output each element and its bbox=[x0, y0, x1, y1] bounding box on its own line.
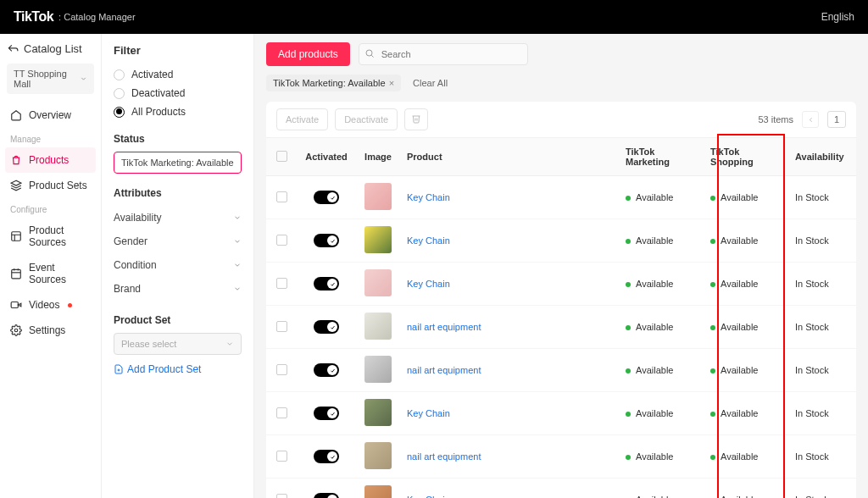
filter-chip-label: TikTok Marketing: Available bbox=[273, 78, 386, 88]
attr-gender[interactable]: Gender bbox=[114, 230, 242, 253]
search-input[interactable] bbox=[359, 43, 528, 65]
nav-products[interactable]: Products bbox=[5, 147, 96, 173]
row-checkbox[interactable] bbox=[276, 364, 287, 375]
attr-brand[interactable]: Brand bbox=[114, 277, 242, 301]
col-availability: Availability bbox=[788, 138, 856, 176]
language-selector[interactable]: English bbox=[821, 11, 854, 23]
bulk-delete-button[interactable] bbox=[404, 108, 428, 130]
status-dot-icon bbox=[626, 455, 631, 460]
check-icon bbox=[330, 324, 336, 330]
filter-status-select[interactable]: TikTok Marketing: Available bbox=[114, 152, 242, 174]
status-dot-icon bbox=[626, 239, 631, 244]
layers-icon bbox=[10, 180, 22, 191]
nav-product-sources[interactable]: Product Sources bbox=[0, 218, 101, 255]
search-icon bbox=[364, 48, 375, 61]
activated-toggle[interactable] bbox=[314, 450, 339, 463]
product-thumbnail[interactable] bbox=[364, 313, 392, 340]
products-table-card: Activate Deactivate 53 items 1 Activated… bbox=[266, 102, 856, 498]
status-dot-icon bbox=[710, 325, 715, 330]
product-thumbnail[interactable] bbox=[364, 226, 392, 253]
shopping-status: Available bbox=[704, 306, 788, 349]
shopping-status: Available bbox=[704, 349, 788, 392]
product-link[interactable]: Key Chain bbox=[407, 235, 450, 246]
bulk-deactivate-button[interactable]: Deactivate bbox=[335, 108, 398, 130]
product-thumbnail[interactable] bbox=[364, 442, 392, 469]
activated-toggle[interactable] bbox=[314, 191, 339, 204]
product-thumbnail[interactable] bbox=[364, 485, 392, 498]
status-dot-icon bbox=[710, 196, 715, 201]
row-checkbox[interactable] bbox=[276, 451, 287, 462]
bulk-activate-button[interactable]: Activate bbox=[276, 108, 328, 130]
gear-icon bbox=[10, 324, 22, 336]
product-link[interactable]: nail art equipment bbox=[407, 365, 481, 375]
check-icon bbox=[330, 368, 336, 374]
table-row: nail art equipmentAvailableAvailableIn S… bbox=[266, 435, 856, 479]
nav-product-sets[interactable]: Product Sets bbox=[0, 173, 101, 198]
nav-settings[interactable]: Settings bbox=[0, 318, 101, 343]
page-number[interactable]: 1 bbox=[827, 111, 846, 128]
shopping-status: Available bbox=[704, 392, 788, 435]
product-thumbnail[interactable] bbox=[364, 183, 392, 210]
catalog-list-header[interactable]: Catalog List bbox=[0, 34, 101, 60]
activated-toggle[interactable] bbox=[314, 363, 339, 377]
availability-cell: In Stock bbox=[788, 263, 856, 306]
product-thumbnail[interactable] bbox=[364, 356, 392, 383]
filter-radio-all[interactable]: All Products bbox=[114, 106, 242, 118]
row-checkbox[interactable] bbox=[276, 235, 287, 246]
product-link[interactable]: Key Chain bbox=[407, 192, 450, 202]
availability-cell: In Stock bbox=[788, 349, 856, 392]
filter-radio-activated[interactable]: Activated bbox=[114, 69, 242, 80]
row-checkbox[interactable] bbox=[276, 191, 287, 202]
activated-toggle[interactable] bbox=[314, 493, 339, 498]
filter-attributes-title: Attributes bbox=[114, 187, 242, 199]
product-link[interactable]: nail art equipment bbox=[407, 451, 481, 462]
select-all-checkbox[interactable] bbox=[276, 151, 287, 162]
filter-chip[interactable]: TikTok Marketing: Available × bbox=[266, 75, 401, 91]
nav-videos-label: Videos bbox=[29, 299, 59, 311]
close-icon[interactable]: × bbox=[389, 78, 394, 88]
catalog-dropdown[interactable]: TT Shopping Mall bbox=[7, 64, 94, 94]
product-link[interactable]: Key Chain bbox=[407, 279, 450, 289]
activated-toggle[interactable] bbox=[314, 234, 339, 247]
status-dot-icon bbox=[710, 239, 715, 244]
activated-toggle[interactable] bbox=[314, 320, 339, 334]
status-dot-icon bbox=[710, 455, 715, 460]
nav-event-sources-label: Event Sources bbox=[29, 262, 91, 285]
activated-toggle[interactable] bbox=[314, 277, 339, 290]
availability-cell: In Stock bbox=[788, 219, 856, 263]
svg-point-9 bbox=[366, 50, 372, 56]
page-prev-button[interactable] bbox=[802, 111, 819, 128]
product-link[interactable]: Key Chain bbox=[407, 408, 450, 418]
product-link[interactable]: Key Chain bbox=[407, 495, 450, 498]
product-thumbnail[interactable] bbox=[364, 269, 392, 296]
chevron-down-icon bbox=[233, 261, 242, 269]
marketing-status: Available bbox=[619, 349, 704, 392]
attr-availability[interactable]: Availability bbox=[114, 206, 242, 230]
attr-condition[interactable]: Condition bbox=[114, 253, 242, 277]
filter-product-set-select[interactable]: Please select bbox=[114, 333, 242, 355]
row-checkbox[interactable] bbox=[276, 321, 287, 332]
status-dot-icon bbox=[710, 412, 715, 417]
radio-icon bbox=[114, 88, 125, 99]
nav-overview[interactable]: Overview bbox=[0, 102, 101, 128]
col-image: Image bbox=[356, 138, 400, 176]
col-shopping: TikTok Shopping bbox=[704, 138, 788, 176]
add-products-button[interactable]: Add products bbox=[266, 42, 350, 66]
nav-videos[interactable]: Videos bbox=[0, 292, 101, 318]
filter-radio-deactivated[interactable]: Deactivated bbox=[114, 87, 242, 99]
row-checkbox[interactable] bbox=[276, 494, 287, 499]
availability-cell: In Stock bbox=[788, 306, 856, 349]
nav-event-sources[interactable]: Event Sources bbox=[0, 255, 101, 292]
clear-all-button[interactable]: Clear All bbox=[408, 75, 453, 91]
product-thumbnail[interactable] bbox=[364, 399, 392, 426]
filter-product-set-title: Product Set bbox=[114, 314, 242, 326]
product-link[interactable]: nail art equipment bbox=[407, 322, 481, 332]
row-checkbox[interactable] bbox=[276, 407, 287, 418]
row-checkbox[interactable] bbox=[276, 278, 287, 289]
add-product-set-link[interactable]: Add Product Set bbox=[114, 363, 242, 375]
table-row: nail art equipmentAvailableAvailableIn S… bbox=[266, 349, 856, 392]
activated-toggle[interactable] bbox=[314, 407, 339, 420]
status-dot-icon bbox=[626, 196, 631, 201]
status-dot-icon bbox=[626, 282, 631, 287]
sidebar-nav: Catalog List TT Shopping Mall Overview M… bbox=[0, 34, 102, 498]
